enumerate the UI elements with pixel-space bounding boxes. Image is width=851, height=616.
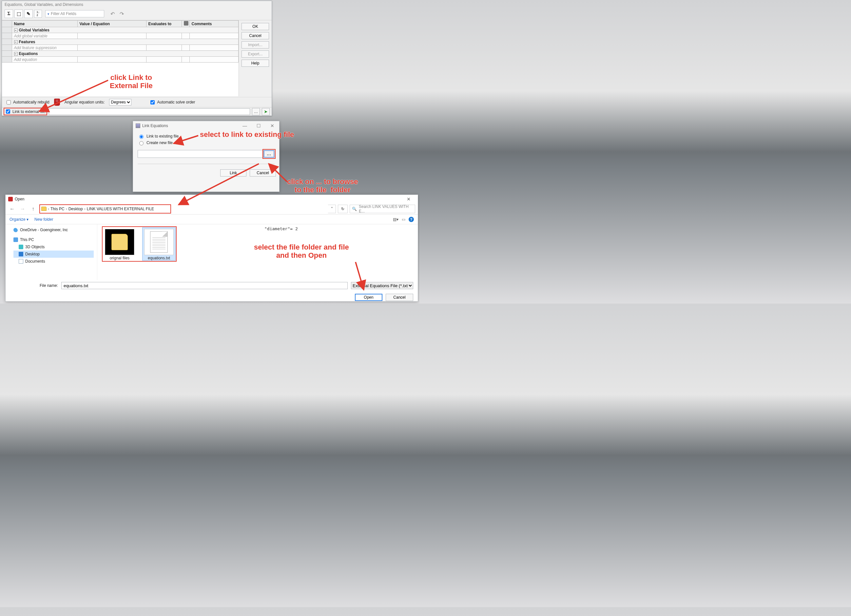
ok-button[interactable]: OK <box>242 23 269 30</box>
create-new-radio[interactable] <box>139 141 144 145</box>
cancel-button[interactable]: Cancel <box>386 294 413 301</box>
link-external-path[interactable] <box>49 108 250 115</box>
collapse-icon[interactable]: − <box>14 40 18 44</box>
dialog-title: Equations, Global Variables, and Dimensi… <box>2 1 272 8</box>
funnel-icon: ▾ <box>48 12 49 16</box>
section-equations: Equations <box>19 51 38 56</box>
view-large-icon[interactable]: ▤▾ <box>393 217 398 222</box>
search-icon: 🔍 <box>352 207 357 211</box>
open-path-button[interactable]: ➤ <box>262 108 270 115</box>
import-button[interactable]: Import... <box>242 41 269 48</box>
collapse-icon[interactable]: − <box>14 52 18 55</box>
export-button[interactable]: Export... <box>242 51 269 58</box>
link-button[interactable]: Link <box>220 169 247 177</box>
up-button[interactable]: ↑ <box>29 205 37 213</box>
address-dropdown[interactable]: ˅ <box>328 205 336 213</box>
search-input[interactable]: 🔍Search LINK VALUES WITH E... <box>350 205 415 213</box>
link-existing-radio[interactable] <box>139 135 144 139</box>
refresh-button[interactable]: ↻ <box>338 205 348 213</box>
close-button[interactable]: ✕ <box>265 121 279 130</box>
file-txt-label: equations.txt <box>143 256 175 260</box>
section-features: Features <box>19 40 35 44</box>
crumb-folder[interactable]: LINK VALUES WITH EXTERNAL FILE <box>87 207 154 211</box>
link-path-input[interactable] <box>138 150 263 158</box>
undo-button[interactable]: ↶ <box>109 10 116 17</box>
new-folder-button[interactable]: New folder <box>35 217 53 222</box>
dimension-view-button[interactable]: ⬚ <box>14 9 23 18</box>
organize-menu[interactable]: Organize ▾ <box>9 217 29 222</box>
tree-desktop[interactable]: Desktop <box>14 250 94 258</box>
annotation-2: select to link to existing file <box>200 130 294 138</box>
col-value: Value / Equation <box>77 21 146 27</box>
filename-input[interactable] <box>61 282 348 289</box>
crumb-thispc[interactable]: This PC <box>50 207 65 211</box>
auto-solve-option[interactable]: Automatic solve order <box>149 99 195 105</box>
maximize-button[interactable]: ☐ <box>252 121 265 130</box>
sort-button[interactable]: 1↓2 <box>34 10 42 18</box>
auto-solve-checkbox[interactable] <box>150 100 155 105</box>
nav-tree: OneDrive - Goengineer, Inc This PC 3D Ob… <box>6 224 97 280</box>
browse-path-button[interactable]: … <box>252 108 260 115</box>
col-eval: Evaluates to <box>146 21 182 27</box>
crumb-desktop[interactable]: Desktop <box>69 207 83 211</box>
auto-rebuild-checkbox[interactable] <box>6 100 11 105</box>
back-button[interactable]: ← <box>8 205 16 213</box>
open-button[interactable]: Open <box>355 294 382 301</box>
link-external-row: Link to external file: … ➤ <box>2 107 272 115</box>
minimize-button[interactable]: ― <box>238 121 252 130</box>
browse-button[interactable]: ... <box>263 150 275 158</box>
open-nav: ← → ↑ ›This PC ›Desktop ›LINK VALUES WIT… <box>6 203 418 214</box>
add-equation-placeholder[interactable]: Add equation <box>12 57 77 63</box>
tree-onedrive[interactable]: OneDrive - Goengineer, Inc <box>14 226 94 234</box>
angular-units-select[interactable]: Degrees <box>109 99 131 105</box>
warn-icon <box>54 99 60 106</box>
equations-options-row: Automatically rebuild Angular equation u… <box>2 97 272 107</box>
close-button[interactable]: × <box>402 196 415 203</box>
filename-label: File name: <box>38 283 58 288</box>
link-external-checkbox-area[interactable]: Link to external file: <box>4 108 47 115</box>
preview-pane-icon[interactable]: ▭ <box>402 217 405 222</box>
link-external-label: Link to external file: <box>12 109 46 114</box>
status-icon <box>184 21 188 25</box>
link-external-checkbox[interactable] <box>6 109 10 114</box>
filter-field[interactable]: ▾ Filter All Fields <box>45 10 104 17</box>
filter-placeholder: Filter All Fields <box>51 12 76 16</box>
open-bottom-row: File name: External Equations File (*.tx… <box>6 280 418 292</box>
annotation-1: click Link to External File <box>110 73 153 90</box>
dialog-side-buttons: OK Cancel Import... Export... Help <box>239 20 272 96</box>
create-new-option[interactable]: Create new file <box>138 139 275 146</box>
filetype-select[interactable]: External Equations File (*.txt) <box>351 282 413 289</box>
annotation-3: click on ... to browse to the file folde… <box>287 177 358 194</box>
solidworks-icon <box>8 197 13 201</box>
sigma-button[interactable]: Σ <box>5 9 13 18</box>
link-equations-title: Link Equations <box>142 123 168 128</box>
file-folder-label: orignal files <box>103 256 136 260</box>
cancel-button[interactable]: Cancel <box>242 32 269 39</box>
address-bar[interactable]: ›This PC ›Desktop ›LINK VALUES WITH EXTE… <box>40 205 171 213</box>
tree-thispc[interactable]: This PC <box>14 236 94 243</box>
equations-toolbar: Σ ⬚ ✎ 1↓2 ▾ Filter All Fields ↶ ↷ <box>2 8 272 20</box>
folder-icon <box>111 234 128 250</box>
txt-icon <box>150 231 168 253</box>
file-folder[interactable]: orignal files <box>103 228 136 260</box>
forward-button[interactable]: → <box>19 205 27 213</box>
add-global-placeholder[interactable]: Add global variable <box>12 33 77 39</box>
section-globals: Global Variables <box>19 28 50 32</box>
cancel-button[interactable]: Cancel <box>250 169 276 177</box>
tree-documents[interactable]: Documents <box>14 258 94 265</box>
folder-icon <box>41 207 47 211</box>
help-button[interactable]: Help <box>242 60 269 67</box>
file-equations-txt[interactable]: equations.txt <box>143 228 175 260</box>
col-status <box>182 21 189 27</box>
file-list: orignal files equations.txt <box>97 224 260 280</box>
collapse-icon[interactable]: − <box>14 28 18 32</box>
auto-rebuild-option[interactable]: Automatically rebuild <box>5 99 50 105</box>
open-titlebar: Open × <box>6 195 418 203</box>
tree-3dobjects[interactable]: 3D Objects <box>14 243 94 250</box>
redo-button[interactable]: ↷ <box>118 10 125 17</box>
col-handle <box>2 21 12 27</box>
angular-label: Angular equation units: <box>65 100 105 105</box>
add-feature-placeholder[interactable]: Add feature suppression <box>12 45 77 51</box>
help-icon[interactable]: ? <box>409 217 414 222</box>
sketch-view-button[interactable]: ✎ <box>24 9 33 18</box>
